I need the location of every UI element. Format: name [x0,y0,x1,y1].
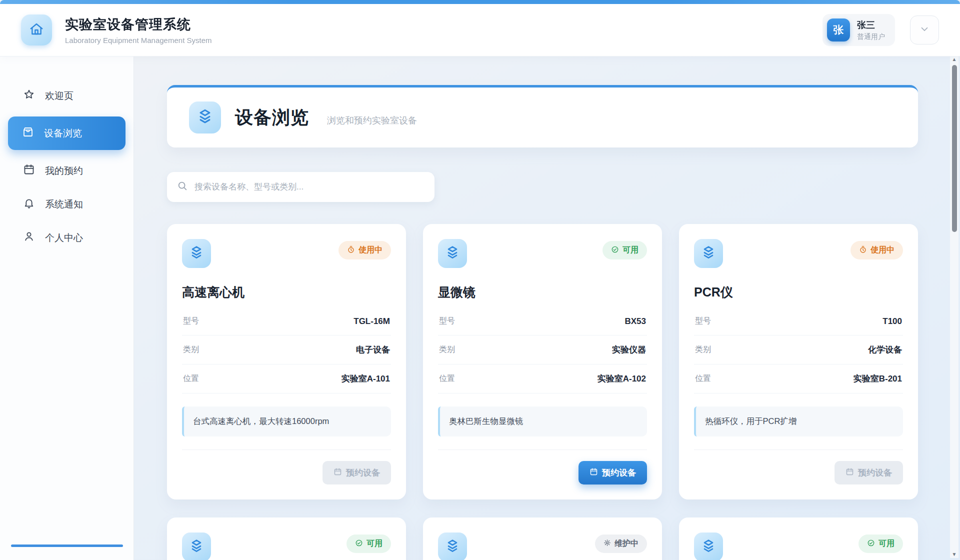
sidebar-nav-list: 欢迎页设备浏览我的预约系统通知个人中心 [0,81,134,252]
reserve-button-label: 预约设备 [858,467,892,478]
timer-icon [347,246,355,254]
gear-icon [604,539,611,546]
detail-row-category: 类别 实验仪器 [438,336,647,364]
layers-icon [700,244,716,262]
status-badge: 可用 [346,534,391,553]
check-circle-icon [611,246,619,254]
app-logo [21,14,52,46]
equipment-icon-box [694,239,723,268]
layers-icon [196,108,214,128]
user-menu[interactable]: 张 张三 普通用户 [822,14,895,46]
app-title: 实验室设备管理系统 [65,16,212,34]
detail-label: 类别 [695,344,711,355]
detail-label: 位置 [439,374,455,384]
equipment-name: 高速离心机 [182,284,391,300]
user-info: 张三 普通用户 [857,19,885,42]
sidebar-item-label: 欢迎页 [45,90,74,102]
window-top-accent-bar [0,0,960,4]
detail-row-model: 型号 T100 [694,308,903,336]
equipment-details: 型号 TGL-16M 类别 电子设备 位置 实验室A-101 [182,308,391,394]
user-icon [23,230,35,245]
search-bar [167,172,434,202]
user-name: 张三 [857,19,885,31]
user-dropdown-button[interactable] [910,16,939,44]
calendar-icon [590,468,598,478]
equipment-name: 显微镜 [438,284,647,300]
scroll-up-arrow[interactable]: ▲ [952,56,957,63]
layers-icon [188,244,204,262]
reserve-button-label: 预约设备 [346,467,380,478]
scrollbar-thumb[interactable] [952,65,957,232]
detail-row-category: 类别 电子设备 [182,336,391,364]
equipment-icon-box [438,532,467,560]
app-subtitle: Laboratory Equipment Management System [65,36,212,44]
reserve-button-label: 预约设备 [602,467,636,478]
detail-label: 型号 [183,316,199,326]
chevron-down-icon [919,24,930,36]
timer-icon [859,246,867,254]
detail-value: 实验室A-102 [598,373,646,384]
main-content: 设备浏览 浏览和预约实验室设备 使用中 高速离心机 [134,56,960,560]
status-text: 使用中 [870,245,894,256]
check-circle-icon [867,539,875,547]
page-title-card: 设备浏览 浏览和预约实验室设备 [167,85,918,148]
check-circle-icon [355,539,363,547]
detail-label: 类别 [183,344,199,355]
page-subtitle: 浏览和预约实验室设备 [327,108,417,126]
detail-label: 位置 [695,374,711,384]
detail-value: 实验室B-201 [854,373,902,384]
card-header: 使用中 [694,239,903,268]
sidebar-item-label: 设备浏览 [44,127,82,140]
detail-row-model: 型号 TGL-16M [182,308,391,336]
calendar-icon [334,468,342,478]
sidebar-item-系统通知[interactable]: 系统通知 [10,190,124,219]
card-footer: 预约设备 [694,450,903,484]
avatar: 张 [827,18,850,42]
scroll-down-arrow[interactable]: ▼ [952,551,957,558]
detail-value: 实验室A-101 [342,373,390,384]
equipment-description: 热循环仪，用于PCR扩增 [694,406,903,436]
card-header: 可用 [438,239,647,268]
equipment-icon-box [182,239,211,268]
detail-row-location: 位置 实验室B-201 [694,364,903,394]
detail-row-location: 位置 实验室A-102 [438,364,647,394]
detail-row-model: 型号 BX53 [438,308,647,336]
reserve-button[interactable]: 预约设备 [578,461,647,484]
equipment-card: 可用 型号 类别 位置 预约设备 [167,518,406,560]
status-text: 可用 [878,538,894,549]
status-text: 可用 [366,538,382,549]
status-text: 维护中 [614,538,638,549]
status-badge: 可用 [858,534,903,553]
page-icon-box [189,102,221,134]
sidebar-item-欢迎页[interactable]: 欢迎页 [10,81,124,110]
detail-value: T100 [882,316,902,326]
equipment-details: 型号 BX53 类别 实验仪器 位置 实验室A-102 [438,308,647,394]
detail-label: 型号 [695,316,711,326]
search-input[interactable] [194,182,424,192]
card-header: 使用中 [182,239,391,268]
calendar-icon [846,468,854,478]
equipment-card: 可用 显微镜 型号 BX53 类别 实验仪器 位置 实验室A-102 奥林巴斯生… [423,224,662,500]
layers-icon [444,538,460,556]
status-text: 可用 [622,245,638,256]
sidebar-item-个人中心[interactable]: 个人中心 [10,223,124,252]
equipment-description: 台式高速离心机，最大转速16000rpm [182,406,391,436]
sidebar-item-我的预约[interactable]: 我的预约 [10,156,124,186]
equipment-grid: 使用中 高速离心机 型号 TGL-16M 类别 电子设备 位置 实验室A-101… [167,224,918,560]
status-badge: 维护中 [595,534,647,553]
equipment-card: 使用中 PCR仪 型号 T100 类别 化学设备 位置 实验室B-201 热循环… [679,224,918,500]
bell-icon [23,197,35,212]
layers-icon [700,538,716,556]
star-icon [23,88,35,103]
detail-label: 型号 [439,316,455,326]
page-title: 设备浏览 [235,106,309,130]
sidebar-item-设备浏览[interactable]: 设备浏览 [8,116,126,150]
detail-label: 位置 [183,374,199,384]
card-footer: 预约设备 [438,450,647,484]
detail-value: BX53 [624,316,646,326]
sidebar-item-label: 系统通知 [45,198,83,211]
scrollbar[interactable]: ▲ ▼ [950,56,958,558]
header-titles: 实验室设备管理系统 Laboratory Equipment Managemen… [65,16,212,44]
app-header: 实验室设备管理系统 Laboratory Equipment Managemen… [0,4,960,56]
detail-value: 电子设备 [356,344,390,356]
